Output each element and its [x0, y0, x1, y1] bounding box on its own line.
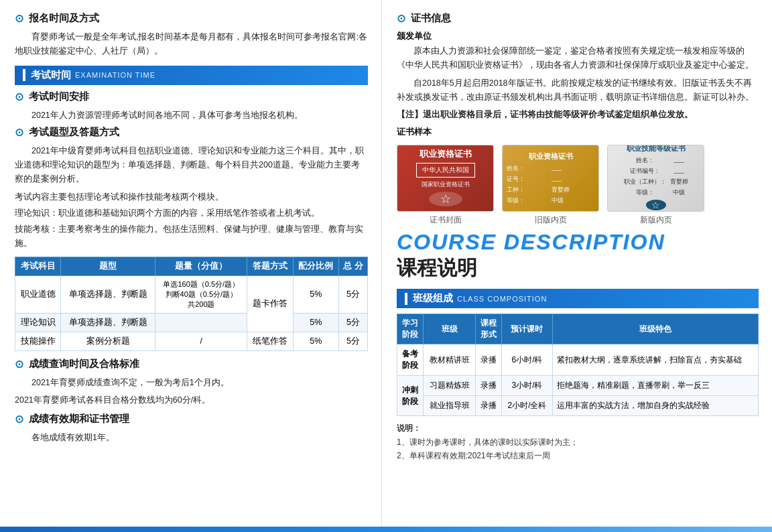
td-method-3: 纸笔作答: [247, 332, 293, 350]
th-total: 总 分: [338, 257, 367, 275]
section-icon-3: ⊙: [15, 126, 23, 139]
bar-icon-2: [405, 293, 407, 305]
stage-1: 备考阶段: [397, 344, 424, 376]
exam-time-cn: 考试时间: [31, 69, 71, 82]
note-bracket-text: 【注】退出职业资格目录后，证书将由技能等级评价考试鉴定组织单位发放。: [397, 110, 693, 119]
cert-img-cover: 职业资格证书 中华人民共和国 国家职业资格证书 ☆ 证书封面: [397, 145, 494, 226]
td-type-1: 单项选择题、判断题: [61, 275, 155, 313]
cert-img-new: 职业技能等级证书 姓名：___ 证书编号：___ 职业（工种）：育婴师 等级：中…: [607, 145, 704, 226]
td-count-1: 单选160题（0.5分/题）判断40题（0.5分/题）共200题: [155, 275, 247, 313]
td-type-2: 单项选择题、判断题: [61, 313, 155, 332]
feature-2: 拒绝题海，精准刷题，直播带刷，举一反三: [552, 376, 758, 396]
hours-1: 6小时/科: [502, 344, 552, 376]
samples-label: 证书样本: [397, 126, 759, 138]
cert-red-subtitle: 中华人民共和国: [416, 163, 475, 178]
td-ratio-3: 5%: [293, 332, 338, 350]
issuer-body2: 自2018年5月起启用2018年版证书。此前按规定核发的证书继续有效。旧版证书丢…: [397, 76, 759, 105]
td-subject-3: 技能操作: [15, 332, 61, 350]
section-icon-2: ⊙: [15, 90, 23, 103]
table-row: 理论知识 单项选择题、判断题 5% 5分: [15, 313, 368, 332]
td-total-2: 5分: [338, 313, 367, 332]
td-method-1: 题卡作答: [247, 275, 293, 332]
th-count: 题量（分值）: [155, 257, 247, 275]
class-1: 教材精讲班: [424, 344, 476, 376]
cert-img-old: 职业资格证书 姓名：___ 证号：___ 工种：育婴师 等级：中级 旧版内页: [502, 145, 599, 226]
feature-1: 紧扣教材大纲，逐章系统讲解，扫除盲点，夯实基础: [552, 344, 758, 376]
cert-old-grid: 姓名：___ 证号：___ 工种：育婴师 等级：中级: [507, 164, 594, 205]
right-panel: ⊙ 证书信息 颁发单位 原本由人力资源和社会保障部统一鉴定，鉴定合格者按照有关规…: [382, 0, 772, 532]
cert-new-grid: 姓名：___ 证书编号：___ 职业（工种）：育婴师 等级：中级: [624, 156, 688, 197]
cert-label-old: 旧版内页: [535, 214, 567, 226]
section2-body: 2021年人力资源管理师考试时间各地不同，具体可参考当地报名机构。: [15, 109, 368, 123]
section4-body2: 2021年育婴师考试各科目合格分数线均为60分/科。: [15, 393, 368, 407]
issuer-note: 【注】退出职业资格目录后，证书将由技能等级评价考试鉴定组织单位发放。: [397, 108, 759, 122]
section3-body1: 2021年中级育婴师考试科目包括职业道德、理论知识和专业能力这三个科目。其中，职…: [15, 144, 368, 187]
td-total-3: 5分: [338, 332, 367, 350]
page-container: ⊙ 报名时间及方式 育婴师考试一般是全年考试,报名时间基本是每月都有，具体报名时…: [0, 0, 772, 532]
td-total-1: 5分: [338, 275, 367, 313]
table-row: 职业道德 单项选择题、判断题 单选160题（0.5分/题）判断40题（0.5分/…: [15, 275, 368, 313]
td-count-2: [155, 313, 247, 332]
cert-red-body: 国家职业资格证书: [422, 180, 470, 189]
section5-body: 各地成绩有效期1年。: [15, 431, 368, 445]
hours-2: 3小时/科: [502, 376, 552, 396]
cert-red-title: 职业资格证书: [420, 148, 472, 160]
notice-label: 说明：: [397, 423, 421, 433]
cert-red-emblem: ☆: [429, 192, 462, 206]
th-method: 答题方式: [247, 257, 293, 275]
form-3: 录播: [475, 396, 501, 416]
notice-line-1: 1、课时为参考课时，具体的课时以实际课时为主；: [397, 438, 578, 447]
td-count-3: /: [155, 332, 247, 350]
form-2: 录播: [475, 376, 501, 396]
th-form: 课程形式: [475, 314, 501, 344]
cert-img-new-inner: 职业技能等级证书 姓名：___ 证书编号：___ 职业（工种）：育婴师 等级：中…: [607, 145, 704, 212]
bar-icon-1: [23, 69, 25, 81]
cert-new-title: 职业技能等级证书: [627, 145, 686, 153]
notice-section: 说明： 1、课时为参考课时，具体的课时以实际课时为主； 2、单科课程有效期:20…: [397, 421, 759, 462]
course-desc-cn: 课程说明: [397, 255, 759, 282]
section-title-2: 考试时间安排: [29, 90, 89, 103]
th-stage: 学习阶段: [397, 314, 424, 344]
bottom-bar: [0, 527, 772, 532]
cert-images-row: 职业资格证书 中华人民共和国 国家职业资格证书 ☆ 证书封面 职业资格证书 姓名…: [397, 145, 759, 226]
class-3: 就业指导班: [424, 396, 476, 416]
section-title-3: 考试题型及答题方式: [29, 126, 119, 139]
cert-label-cover: 证书封面: [430, 214, 462, 226]
section-icon-cert: ⊙: [397, 12, 405, 25]
hours-3: 2小时/全科: [502, 396, 552, 416]
stage-2: 冲刺阶段: [397, 376, 424, 416]
section-exam-schedule: ⊙ 考试时间安排: [15, 90, 368, 103]
section1-body: 育婴师考试一般是全年考试,报名时间基本是每月都有，具体报名时间可参考报名官网:各…: [15, 30, 368, 59]
td-ratio-1: 5%: [293, 275, 338, 313]
section4-body1: 2021年育婴师成绩查询不定，一般为考后1个月内。: [15, 376, 368, 390]
cert-img-old-inner: 职业资格证书 姓名：___ 证号：___ 工种：育婴师 等级：中级: [502, 145, 599, 212]
section-results: ⊙ 成绩查询时间及合格标准: [15, 358, 368, 371]
class-comp-table: 学习阶段 班级 课程形式 预计课时 班级特色 备考阶段 教材精讲班 录播 6小时…: [397, 314, 759, 416]
section3-body4: 技能考核：主要考察考生的操作能力。包括生活照料、保健与护理、健康与管理、教育与实…: [15, 222, 368, 251]
cert-old-title: 职业资格证书: [529, 151, 573, 161]
table-row: 冲刺阶段 习题精炼班 录播 3小时/科 拒绝题海，精准刷题，直播带刷，举一反三: [397, 376, 759, 396]
th-subject: 考试科目: [15, 257, 61, 275]
section-title-5: 成绩有效期和证书管理: [29, 413, 129, 425]
issuer-body: 原本由人力资源和社会保障部统一鉴定，鉴定合格者按照有关规定统一核发相应等级的《中…: [397, 44, 759, 73]
section-icon-1: ⊙: [15, 12, 23, 25]
section3-body3: 理论知识：职业道德和基础知识两个方面的内容，采用纸笔作答或者上机考试。: [15, 206, 368, 220]
feature-3: 运用丰富的实战方法，增加自身的实战经验: [552, 396, 758, 416]
th-type: 题型: [61, 257, 155, 275]
section3-body2: 考试内容主要包括理论考试和操作技能考核两个模块。: [15, 190, 368, 204]
cert-new-seal: ☆: [646, 200, 666, 210]
section-registration: ⊙ 报名时间及方式: [15, 12, 368, 25]
section-title-1: 报名时间及方式: [29, 12, 99, 25]
notice-line-2: 2、单科课程有效期:2021年考试结束后一周: [397, 451, 550, 460]
section-title-4: 成绩查询时间及合格标准: [29, 358, 139, 371]
td-subject-2: 理论知识: [15, 313, 61, 332]
form-1: 录播: [475, 344, 501, 376]
issuer-label: 颁发单位: [397, 30, 759, 42]
cert-img-red: 职业资格证书 中华人民共和国 国家职业资格证书 ☆: [397, 145, 494, 212]
td-type-3: 案例分析题: [61, 332, 155, 350]
table-row: 技能操作 案例分析题 / 纸笔作答 5% 5分: [15, 332, 368, 350]
td-subject-1: 职业道德: [15, 275, 61, 313]
class-comp-bar: 班级组成 CLASS COMPOSITION: [397, 289, 759, 308]
table-row: 就业指导班 录播 2小时/全科 运用丰富的实战方法，增加自身的实战经验: [397, 396, 759, 416]
class-2: 习题精炼班: [424, 376, 476, 396]
